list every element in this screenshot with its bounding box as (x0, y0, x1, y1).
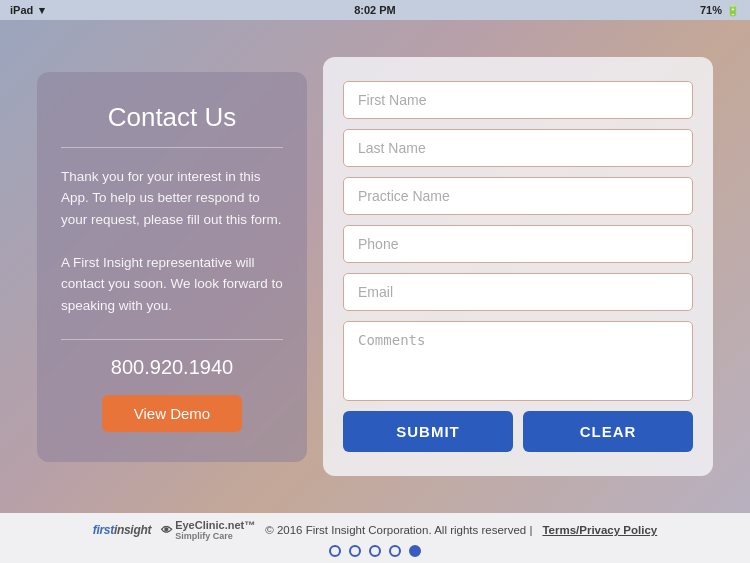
logo-first: first (93, 523, 114, 537)
battery-label: 71% (700, 4, 722, 16)
first-name-input[interactable] (343, 81, 693, 119)
contact-form: SUBMIT CLEAR (323, 57, 713, 476)
dot-5-active[interactable] (409, 545, 421, 557)
content-area: Contact Us Thank you for your interest i… (0, 20, 750, 513)
practice-name-input[interactable] (343, 177, 693, 215)
dot-3[interactable] (369, 545, 381, 557)
dot-2[interactable] (349, 545, 361, 557)
footer-top: first insight 👁 EyeClinic.net™ Simplify … (93, 519, 657, 541)
last-name-input[interactable] (343, 129, 693, 167)
eye-icon: 👁 (161, 524, 172, 536)
description-text: Thank you for your interest in this App.… (61, 166, 283, 317)
status-bar-time: 8:02 PM (354, 4, 396, 16)
phone-number: 800.920.1940 (111, 356, 233, 379)
status-bar: iPad ▾ 8:02 PM 71% 🔋 (0, 0, 750, 20)
wifi-icon: ▾ (39, 4, 45, 17)
logo-insight: insight (114, 523, 151, 537)
privacy-link[interactable]: Terms/Privacy Policy (542, 524, 657, 536)
submit-button[interactable]: SUBMIT (343, 411, 513, 452)
divider-1 (61, 147, 283, 148)
copyright-text: © 2016 First Insight Corporation. All ri… (265, 524, 532, 536)
comments-input[interactable] (343, 321, 693, 401)
phone-input[interactable] (343, 225, 693, 263)
battery-icon: 🔋 (726, 4, 740, 17)
dot-1[interactable] (329, 545, 341, 557)
eyeclinic-name: EyeClinic.net™ (175, 519, 255, 531)
email-input[interactable] (343, 273, 693, 311)
ipad-label: iPad (10, 4, 33, 16)
view-demo-button[interactable]: View Demo (102, 395, 242, 432)
status-bar-right: 71% 🔋 (700, 4, 740, 17)
contact-us-title: Contact Us (108, 102, 237, 133)
footer: first insight 👁 EyeClinic.net™ Simplify … (0, 513, 750, 563)
divider-2 (61, 339, 283, 340)
description-p2: A First Insight representative will cont… (61, 255, 283, 313)
first-insight-logo: first insight (93, 523, 151, 537)
form-buttons: SUBMIT CLEAR (343, 411, 693, 452)
status-bar-left: iPad ▾ (10, 4, 45, 17)
pagination-dots (329, 545, 421, 557)
eyeclinic-logo: 👁 EyeClinic.net™ Simplify Care (161, 519, 255, 541)
dot-4[interactable] (389, 545, 401, 557)
clear-button[interactable]: CLEAR (523, 411, 693, 452)
description-p1: Thank you for your interest in this App.… (61, 169, 282, 227)
eyeclinic-sub: Simplify Care (175, 531, 255, 541)
left-panel: Contact Us Thank you for your interest i… (37, 72, 307, 462)
